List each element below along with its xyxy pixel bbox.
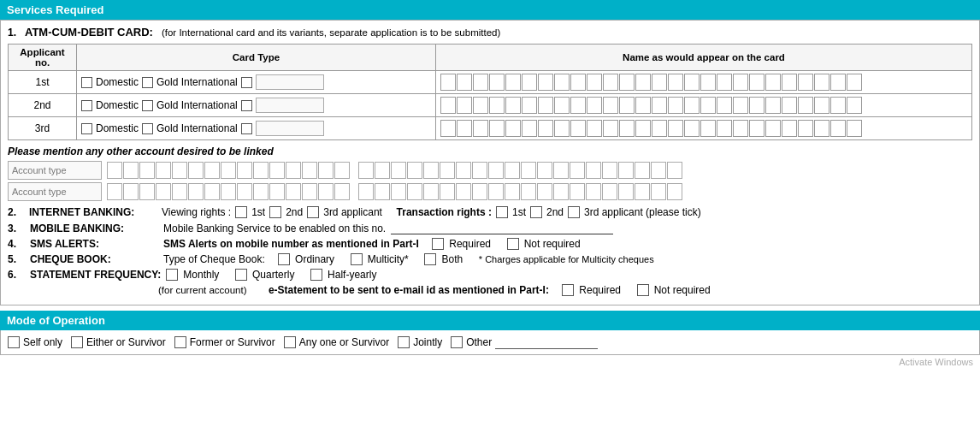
both-checkbox[interactable]: [424, 253, 436, 265]
anb: [204, 162, 220, 179]
internet-banking-row: 2. INTERNET BANKING: Viewing rights : 1s…: [8, 206, 972, 218]
nb: [603, 74, 618, 91]
nb: [457, 120, 472, 137]
nlb: [407, 183, 422, 200]
internet-banking-label: INTERNET BANKING:: [29, 206, 157, 218]
other-checkbox[interactable]: [451, 336, 463, 348]
domestic-checkbox-2[interactable]: [81, 100, 92, 111]
half-yearly-checkbox[interactable]: [310, 269, 322, 281]
nb: [798, 120, 813, 137]
ordinary-checkbox[interactable]: [278, 253, 290, 265]
atm-label-text: ATM-CUM-DEBIT CARD:: [25, 26, 153, 39]
account-type-input-1[interactable]: [8, 161, 102, 180]
mode-jointly: Jointly: [398, 336, 442, 348]
nlb: [635, 183, 650, 200]
services-required-header: Services Required: [0, 0, 980, 20]
e-statement-label: e-Statement to be sent to e-mail id as m…: [269, 284, 549, 296]
transaction-3rd-label: 3rd applicant (please tick): [584, 206, 701, 218]
nb: [749, 120, 765, 137]
either-or-survivor-checkbox[interactable]: [71, 336, 83, 348]
domestic-checkbox-1[interactable]: [81, 77, 92, 88]
card-type-1: Domestic Gold International: [77, 71, 436, 94]
other-input[interactable]: [495, 335, 598, 349]
gold-checkbox-1[interactable]: [142, 77, 153, 88]
former-or-survivor-label: Former or Survivor: [190, 336, 275, 348]
transaction-1st-checkbox[interactable]: [496, 206, 508, 218]
viewing-2nd-checkbox[interactable]: [269, 206, 281, 218]
mobile-banking-row: 3. MOBILE BANKING: Mobile Banking Servic…: [8, 222, 972, 234]
gold-label-2: Gold International: [156, 99, 238, 111]
monthly-checkbox[interactable]: [166, 269, 178, 281]
nb: [587, 74, 602, 91]
nlb: [456, 183, 471, 200]
nb: [457, 97, 472, 114]
nb: [765, 74, 781, 91]
gold-checkbox-3[interactable]: [142, 123, 153, 134]
e-stmt-not-required-label: Not required: [654, 284, 711, 296]
jointly-checkbox[interactable]: [398, 336, 410, 348]
anb: [156, 162, 171, 179]
nlb: [407, 162, 422, 179]
anb: [302, 183, 317, 200]
cheque-type-label: Type of Cheque Book:: [163, 253, 265, 265]
nlb: [391, 162, 406, 179]
domestic-checkbox-3[interactable]: [81, 123, 92, 134]
mode-label: Mode of Operation: [7, 314, 105, 327]
anb: [221, 162, 236, 179]
linked-account-title: Please mention any other account desired…: [8, 145, 972, 157]
mobile-banking-number: 3.: [8, 222, 25, 234]
nb: [635, 120, 651, 137]
mobile-banking-text: Mobile Banking Service to be enabled on …: [163, 222, 386, 234]
nb: [522, 97, 537, 114]
gold-checkbox-2[interactable]: [142, 100, 153, 111]
transaction-2nd-label: 2nd: [546, 206, 564, 218]
transaction-2nd-checkbox[interactable]: [530, 206, 542, 218]
transaction-3rd-checkbox[interactable]: [568, 206, 580, 218]
transaction-rights-label: Transaction rights :: [397, 206, 492, 218]
card-type-other-2[interactable]: [256, 98, 324, 113]
nlb: [423, 162, 439, 179]
extra-checkbox-3[interactable]: [241, 123, 252, 134]
sms-required-checkbox[interactable]: [432, 238, 444, 250]
account-number-boxes-2: [107, 183, 350, 200]
e-stmt-not-required-checkbox[interactable]: [637, 284, 649, 296]
nlb: [472, 183, 487, 200]
nb: [700, 74, 716, 91]
nlb: [505, 162, 520, 179]
nlb: [635, 162, 650, 179]
self-only-checkbox[interactable]: [8, 336, 20, 348]
viewing-3rd-checkbox[interactable]: [307, 206, 319, 218]
multicity-checkbox[interactable]: [351, 253, 363, 265]
anb: [286, 162, 301, 179]
nb: [554, 120, 570, 137]
extra-checkbox-1[interactable]: [241, 77, 252, 88]
card-type-other-3[interactable]: [256, 121, 324, 136]
card-type-other-1[interactable]: [256, 74, 324, 90]
cheque-note: * Charges applicable for Multicity chequ…: [479, 254, 654, 264]
linked-row-1: [8, 161, 972, 180]
transaction-1st-label: 1st: [512, 206, 526, 218]
either-or-survivor-label: Either or Survivor: [86, 336, 166, 348]
account-type-input-2[interactable]: [8, 182, 102, 201]
anb: [107, 183, 122, 200]
nlb: [505, 183, 520, 200]
former-or-survivor-checkbox[interactable]: [174, 336, 186, 348]
sms-alerts-row: 4. SMS ALERTS: SMS Alerts on mobile numb…: [8, 238, 972, 250]
nb: [847, 97, 862, 114]
domestic-label-3: Domestic: [96, 122, 139, 134]
sms-not-required-checkbox[interactable]: [507, 238, 519, 250]
viewing-1st-checkbox[interactable]: [235, 206, 247, 218]
nb: [489, 97, 505, 114]
e-stmt-required-checkbox[interactable]: [562, 284, 574, 296]
sms-alerts-text: SMS Alerts on mobile number as mentioned…: [163, 238, 419, 250]
other-label: Other: [466, 336, 492, 348]
anb: [139, 183, 155, 200]
mobile-banking-input[interactable]: [391, 222, 613, 234]
name-cell-1: [436, 71, 972, 94]
anb: [156, 183, 171, 200]
any-one-checkbox[interactable]: [284, 336, 296, 348]
quarterly-checkbox[interactable]: [235, 269, 247, 281]
extra-checkbox-2[interactable]: [241, 100, 252, 111]
anb: [221, 183, 236, 200]
nb: [684, 97, 700, 114]
